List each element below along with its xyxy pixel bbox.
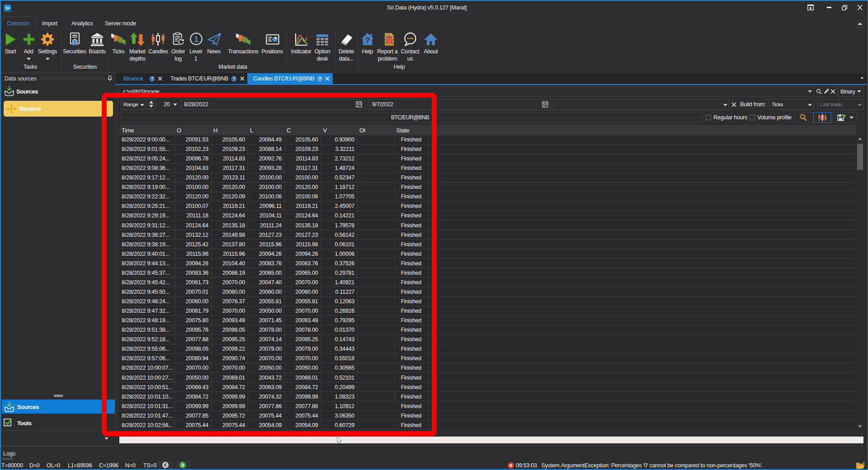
svg-text:1: 1 xyxy=(194,35,198,44)
svg-text:?: ? xyxy=(365,36,370,45)
